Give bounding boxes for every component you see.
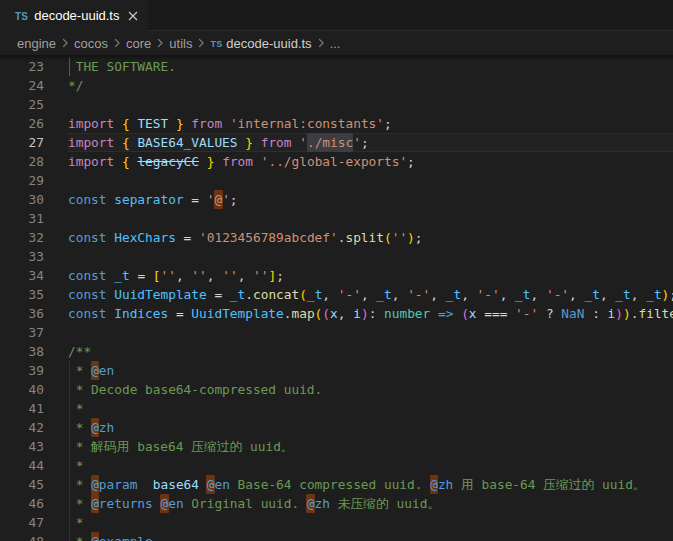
code-line-48: 48 * @example — [0, 532, 673, 541]
code-line-33: 33 — [0, 247, 673, 266]
line-number[interactable]: 23 — [0, 57, 44, 76]
line-number[interactable]: 43 — [0, 437, 44, 456]
chevron-right-icon — [61, 37, 69, 49]
line-number[interactable]: 33 — [0, 247, 44, 266]
code-line-47: 47 * — [0, 513, 673, 532]
line-number[interactable]: 35 — [0, 285, 44, 304]
code-text[interactable]: * @param base64 @en Base-64 compressed u… — [68, 475, 646, 494]
tab-close-button[interactable] — [123, 6, 143, 26]
close-icon — [128, 11, 138, 21]
code-line-35: 35const UuidTemplate = _t.concat(_t, '-'… — [0, 285, 673, 304]
line-number[interactable]: 40 — [0, 380, 44, 399]
breadcrumb: enginecocoscoreutilsTSdecode-uuid.ts... — [0, 31, 673, 55]
breadcrumb-symbol-ellipsis[interactable]: ... — [330, 36, 341, 51]
tab-label: decode-uuid.ts — [34, 8, 119, 23]
chevron-right-icon — [156, 37, 164, 49]
breadcrumb-file-label: decode-uuid.ts — [226, 36, 311, 51]
code-text[interactable]: const _t = ['', '', '', '']; — [68, 266, 284, 285]
line-number[interactable]: 37 — [0, 323, 44, 342]
code-text[interactable]: * @example — [68, 532, 153, 541]
code-text[interactable]: const HexChars = '0123456789abcdef'.spli… — [68, 228, 423, 247]
code-line-38: 38/** — [0, 342, 673, 361]
breadcrumb-item-utils[interactable]: utils — [169, 36, 192, 51]
code-line-40: 40 * Decode base64-compressed uuid. — [0, 380, 673, 399]
code-line-45: 45 * @param base64 @en Base-64 compresse… — [0, 475, 673, 494]
line-number[interactable]: 42 — [0, 418, 44, 437]
typescript-file-icon: TS — [15, 11, 28, 22]
line-number[interactable]: 29 — [0, 171, 44, 190]
code-line-39: 39 * @en — [0, 361, 673, 380]
code-line-34: 34const _t = ['', '', '', '']; — [0, 266, 673, 285]
code-line-46: 46 * @returns @en Original uuid. @zh 未压缩… — [0, 494, 673, 513]
breadcrumb-item-core[interactable]: core — [126, 36, 151, 51]
line-number[interactable]: 38 — [0, 342, 44, 361]
line-number[interactable]: 27 — [0, 133, 44, 152]
code-text[interactable]: import { legacyCC } from '../global-expo… — [68, 152, 415, 171]
code-line-31: 31 — [0, 209, 673, 228]
line-number[interactable]: 45 — [0, 475, 44, 494]
code-line-23: 23 THE SOFTWARE. — [0, 57, 673, 76]
code-line-32: 32const HexChars = '0123456789abcdef'.sp… — [0, 228, 673, 247]
typescript-file-icon: TS — [210, 39, 222, 49]
line-number[interactable]: 34 — [0, 266, 44, 285]
code-line-44: 44 * — [0, 456, 673, 475]
line-number[interactable]: 47 — [0, 513, 44, 532]
code-text[interactable]: const separator = '@'; — [68, 190, 238, 209]
vscode-window: { "colors": { "editor_bg": "#1e1e1e", "t… — [0, 0, 673, 541]
code-text[interactable]: * — [68, 456, 83, 475]
line-number[interactable]: 41 — [0, 399, 44, 418]
line-number[interactable]: 31 — [0, 209, 44, 228]
code-line-36: 36const Indices = UuidTemplate.map((x, i… — [0, 304, 673, 323]
line-number[interactable]: 36 — [0, 304, 44, 323]
code-line-25: 25 — [0, 95, 673, 114]
line-number[interactable]: 26 — [0, 114, 44, 133]
code-editor[interactable]: 23 THE SOFTWARE.24*/2526import { TEST } … — [0, 55, 673, 541]
code-line-24: 24*/ — [0, 76, 673, 95]
line-number[interactable]: 24 — [0, 76, 44, 95]
line-number[interactable]: 30 — [0, 190, 44, 209]
code-text[interactable]: const UuidTemplate = _t.concat(_t, '-', … — [68, 285, 673, 304]
code-line-27: 27import { BASE64_VALUES } from './misc'… — [0, 133, 673, 152]
code-line-42: 42 * @zh — [0, 418, 673, 437]
code-text[interactable]: * — [68, 513, 83, 532]
code-line-30: 30const separator = '@'; — [0, 190, 673, 209]
code-text[interactable]: * — [68, 399, 83, 418]
breadcrumb-item-engine[interactable]: engine — [17, 36, 56, 51]
code-line-43: 43 * 解码用 base64 压缩过的 uuid。 — [0, 437, 673, 456]
breadcrumb-item-cocos[interactable]: cocos — [74, 36, 108, 51]
code-text[interactable]: * @zh — [68, 418, 114, 437]
code-text[interactable]: import { BASE64_VALUES } from './misc'; — [68, 133, 369, 152]
line-number[interactable]: 44 — [0, 456, 44, 475]
code-line-29: 29 — [0, 171, 673, 190]
editor-window: TS decode-uuid.ts enginecocoscoreutilsTS… — [0, 0, 673, 541]
code-line-41: 41 * — [0, 399, 673, 418]
line-number[interactable]: 32 — [0, 228, 44, 247]
line-number[interactable]: 28 — [0, 152, 44, 171]
breadcrumb-item-file[interactable]: TSdecode-uuid.ts — [210, 36, 311, 51]
code-line-26: 26import { TEST } from 'internal:constan… — [0, 114, 673, 133]
chevron-right-icon — [197, 37, 205, 49]
code-text[interactable]: * Decode base64-compressed uuid. — [68, 380, 322, 399]
code-text[interactable]: */ — [68, 76, 83, 95]
line-number[interactable]: 46 — [0, 494, 44, 513]
line-number[interactable]: 48 — [0, 532, 44, 541]
tab-decode-uuid[interactable]: TS decode-uuid.ts — [0, 0, 148, 31]
code-text[interactable]: /** — [68, 342, 91, 361]
code-line-37: 37 — [0, 323, 673, 342]
tab-bar: TS decode-uuid.ts — [0, 0, 673, 31]
code-text[interactable]: * 解码用 base64 压缩过的 uuid。 — [68, 437, 294, 456]
code-text[interactable]: import { TEST } from 'internal:constants… — [68, 114, 392, 133]
code-text[interactable]: const Indices = UuidTemplate.map((x, i):… — [68, 304, 673, 323]
code-text[interactable]: * @en — [68, 361, 114, 380]
chevron-right-icon — [317, 37, 325, 49]
code-text[interactable]: THE SOFTWARE. — [68, 57, 176, 76]
line-number[interactable]: 25 — [0, 95, 44, 114]
code-line-28: 28import { legacyCC } from '../global-ex… — [0, 152, 673, 171]
line-number[interactable]: 39 — [0, 361, 44, 380]
code-text[interactable]: * @returns @en Original uuid. @zh 未压缩的 u… — [68, 494, 440, 513]
chevron-right-icon — [113, 37, 121, 49]
